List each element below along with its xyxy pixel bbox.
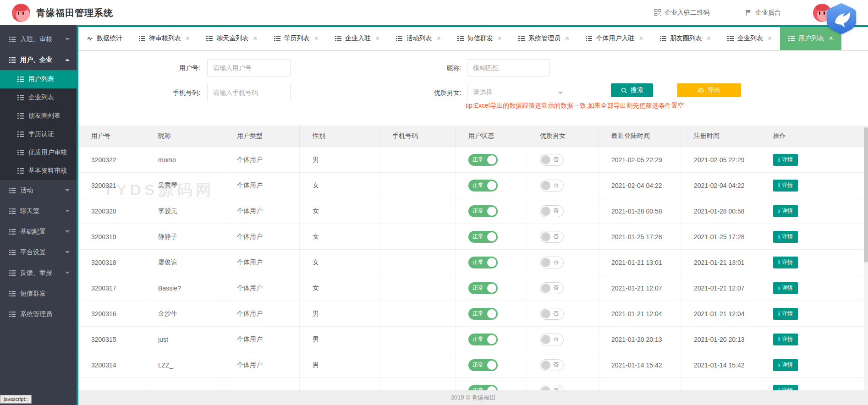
- sidebar-item[interactable]: 系统管理员: [0, 304, 77, 324]
- nickname-input[interactable]: [467, 59, 550, 77]
- toggle-knob: [541, 232, 550, 241]
- user-no-cell: 3200320: [78, 198, 145, 224]
- list-icon: [274, 35, 280, 42]
- tab-item[interactable]: 个体用户入驻×: [577, 27, 651, 50]
- sidebar-item[interactable]: 优质用户审核: [0, 143, 77, 162]
- close-icon[interactable]: ×: [186, 35, 190, 42]
- tab-label: 个体用户入驻: [596, 34, 634, 43]
- status-toggle-on[interactable]: 正常: [468, 359, 498, 371]
- quality-toggle-label: 否: [553, 156, 559, 164]
- detail-button[interactable]: i详情: [773, 334, 798, 345]
- close-icon[interactable]: ×: [768, 35, 772, 42]
- sidebar-item[interactable]: 聊天室: [0, 201, 77, 221]
- pulse-chart-icon: [87, 35, 93, 42]
- search-button[interactable]: 搜索: [611, 83, 653, 97]
- action-cell: i详情: [760, 275, 868, 301]
- close-icon[interactable]: ×: [565, 35, 569, 42]
- quality-select[interactable]: 请选择: [467, 84, 569, 101]
- tab-item[interactable]: 聊天室列表×: [198, 27, 265, 50]
- scrollbar-thumb[interactable]: [864, 127, 868, 263]
- quality-toggle-off[interactable]: 否: [540, 180, 564, 192]
- tab-item[interactable]: 朋友圈列表×: [652, 27, 719, 50]
- quality-toggle-label: 否: [553, 335, 559, 343]
- detail-button[interactable]: i详情: [773, 257, 798, 268]
- close-icon[interactable]: ×: [253, 35, 257, 42]
- close-icon[interactable]: ×: [639, 35, 643, 42]
- close-icon[interactable]: ×: [707, 35, 711, 42]
- status-toggle-on[interactable]: 正常: [468, 154, 498, 166]
- sidebar-item[interactable]: 活动: [0, 180, 77, 201]
- list-icon: [17, 113, 24, 119]
- status-toggle-on[interactable]: 正常: [468, 205, 498, 217]
- status-toggle-on[interactable]: 正常: [468, 385, 498, 391]
- close-icon[interactable]: ×: [375, 35, 379, 42]
- user-type-cell: 个体用户: [224, 250, 300, 275]
- quality-toggle-off[interactable]: 否: [540, 385, 564, 391]
- tab-item[interactable]: 企业列表×: [719, 27, 780, 50]
- close-icon[interactable]: ×: [829, 35, 833, 42]
- sidebar-item[interactable]: 平台设置: [0, 242, 77, 263]
- export-button[interactable]: 导出: [677, 83, 741, 97]
- main-content: 用户号: 昵称: 手机号码: 优质男女: 请选择 搜索 导出 tip:Excel…: [78, 50, 868, 405]
- detail-button[interactable]: i详情: [773, 359, 798, 371]
- close-icon[interactable]: ×: [498, 35, 502, 42]
- status-toggle-on[interactable]: 正常: [468, 334, 498, 345]
- detail-button[interactable]: i详情: [773, 231, 798, 243]
- tab-item[interactable]: 企业入驻×: [327, 27, 388, 50]
- tab-item[interactable]: 学历列表×: [266, 27, 327, 50]
- phone-input[interactable]: [207, 84, 291, 101]
- enterprise-qr-link[interactable]: 企业入驻二维码: [654, 9, 709, 17]
- status-toggle-on[interactable]: 正常: [468, 180, 498, 192]
- quality-toggle-off[interactable]: 否: [540, 359, 564, 371]
- status-toggle-on[interactable]: 正常: [468, 231, 498, 243]
- detail-button[interactable]: i详情: [773, 180, 798, 192]
- sidebar-item[interactable]: 企业列表: [0, 88, 77, 107]
- detail-button-label: 详情: [782, 284, 793, 292]
- chevron-up-icon: [65, 59, 70, 61]
- tab-item[interactable]: 数据统计: [78, 27, 131, 50]
- quality-toggle-off[interactable]: 否: [540, 334, 564, 345]
- gender-cell: 女: [300, 198, 379, 224]
- detail-button[interactable]: i详情: [773, 282, 798, 294]
- enterprise-backend-link[interactable]: 企业后台: [745, 9, 781, 17]
- tab-item[interactable]: 系统管理员×: [510, 27, 577, 50]
- close-icon[interactable]: ×: [436, 35, 440, 42]
- sidebar-item-label: 基本资料审核: [28, 167, 67, 175]
- status-toggle-on[interactable]: 正常: [468, 257, 498, 268]
- nickname-cell: 金沙牛: [145, 301, 224, 326]
- quality-toggle-off[interactable]: 否: [540, 205, 564, 217]
- user-no-input[interactable]: [207, 59, 291, 77]
- quality-toggle-off[interactable]: 否: [540, 231, 564, 243]
- quality-toggle-off[interactable]: 否: [540, 257, 564, 268]
- nickname-cell: Bassie?: [145, 275, 224, 301]
- sidebar-item[interactable]: 基本资料审核: [0, 162, 77, 180]
- column-header: 用户状态: [456, 126, 527, 147]
- detail-button[interactable]: i详情: [773, 205, 798, 217]
- sidebar-item[interactable]: 用户列表: [0, 70, 77, 88]
- sidebar-item[interactable]: 短信群发: [0, 283, 77, 304]
- sidebar-item[interactable]: 入驻、审核: [0, 29, 77, 49]
- sidebar-item[interactable]: 基础配置: [0, 221, 77, 242]
- quality-toggle-off[interactable]: 否: [540, 282, 564, 294]
- phone-cell: [379, 275, 456, 301]
- quality-toggle-off[interactable]: 否: [540, 308, 564, 320]
- quality-toggle-off[interactable]: 否: [540, 154, 564, 166]
- sidebar-item[interactable]: 反馈、举报: [0, 263, 77, 283]
- detail-button[interactable]: i详情: [773, 308, 798, 320]
- info-icon: i: [778, 311, 780, 317]
- user-type-cell: 个体用户: [224, 352, 300, 378]
- status-toggle-on[interactable]: 正常: [468, 282, 498, 294]
- quality-cell: 否: [527, 250, 599, 275]
- tab-item[interactable]: 活动列表×: [388, 27, 449, 50]
- detail-button[interactable]: i详情: [773, 385, 798, 391]
- action-cell: i详情: [760, 352, 868, 378]
- sidebar-item[interactable]: 朋友圈列表: [0, 107, 77, 125]
- tab-item[interactable]: 短信群发×: [449, 27, 510, 50]
- detail-button[interactable]: i详情: [773, 154, 798, 166]
- status-toggle-on[interactable]: 正常: [468, 308, 498, 320]
- sidebar-item[interactable]: 用户、企业: [0, 49, 77, 70]
- tab-item[interactable]: 待审核列表×: [131, 27, 198, 50]
- close-icon[interactable]: ×: [314, 35, 319, 42]
- sidebar-item[interactable]: 学历认证: [0, 125, 77, 143]
- user-status-cell: 正常: [456, 173, 527, 198]
